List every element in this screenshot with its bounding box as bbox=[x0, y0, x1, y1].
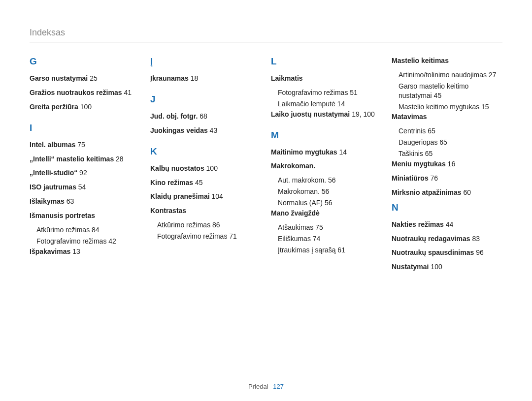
entry-term: Įkraunamas bbox=[150, 74, 189, 82]
entry-page: 100 bbox=[78, 103, 92, 111]
index-subentry[interactable]: Centrinis 65 bbox=[392, 126, 502, 136]
index-subentry[interactable]: Artinimo/tolinimo naudojimas 27 bbox=[392, 70, 502, 80]
index-entry[interactable]: „Intelli“ mastelio keitimas 28 bbox=[30, 154, 140, 164]
column-3: LLaikmatisFotografavimo režimas 51Laikma… bbox=[271, 56, 382, 277]
subentry-page: 65 bbox=[426, 127, 435, 135]
subentry-term: Eiliškumas bbox=[278, 235, 311, 243]
index-subentry[interactable]: Atkūrimo režimas 86 bbox=[150, 220, 261, 230]
index-entry[interactable]: Išpakavimas 13 bbox=[30, 247, 140, 256]
index-entry[interactable]: Nuotraukų redagavimas 83 bbox=[392, 234, 502, 244]
index-letter: K bbox=[150, 146, 261, 157]
index-subentry[interactable]: Daugeriopas 65 bbox=[392, 138, 502, 147]
index-entry[interactable]: Nakties režimas 44 bbox=[392, 220, 502, 229]
entry-page: 92 bbox=[77, 169, 87, 177]
index-subentry[interactable]: Aut. makrokom. 56 bbox=[271, 176, 382, 185]
index-entry[interactable]: Kino režimas 45 bbox=[150, 178, 261, 187]
subentry-page: 65 bbox=[423, 150, 432, 157]
index-subentry[interactable]: Fotografavimo režimas 51 bbox=[271, 88, 382, 97]
entry-term: Mirksnio atpažinimas bbox=[392, 188, 462, 196]
index-subentry[interactable]: Taškinis 65 bbox=[392, 149, 502, 158]
entry-page: 45 bbox=[193, 179, 202, 186]
entry-term: Išmanusis portretas bbox=[30, 212, 95, 219]
index-subentry[interactable]: Fotografavimo režimas 71 bbox=[150, 232, 261, 241]
index-entry[interactable]: Įkraunamas 18 bbox=[150, 74, 261, 83]
entry-term: Laikmatis bbox=[271, 74, 303, 82]
subentry-term: Atšaukimas bbox=[278, 223, 313, 231]
index-subentry[interactable]: Įtraukimas į sąrašą 61 bbox=[271, 246, 382, 255]
subentry-term: Centrinis bbox=[399, 127, 426, 135]
entry-page: 18 bbox=[189, 74, 198, 82]
index-subentry[interactable]: Laikmačio lemputė 14 bbox=[271, 99, 382, 109]
subentry-term: Artinimo/tolinimo naudojimas bbox=[399, 71, 487, 79]
index-subentry[interactable]: Mastelio keitimo mygtukas 15 bbox=[392, 102, 502, 112]
index-subentry[interactable]: Eiliškumas 74 bbox=[271, 234, 382, 244]
index-entry[interactable]: Juokingas veidas 43 bbox=[150, 126, 261, 135]
index-entry[interactable]: Gražios nuotraukos režimas 41 bbox=[30, 88, 140, 97]
subentry-term: Mastelio keitimo mygtukas bbox=[399, 103, 479, 111]
index-subentry[interactable]: Fotografavimo režimas 42 bbox=[30, 237, 140, 246]
entry-term: Kontrastas bbox=[150, 207, 186, 215]
entry-term: Intel. albumas bbox=[30, 141, 75, 149]
subentry-page: 51 bbox=[348, 89, 357, 96]
entry-term: Laiko juostų nustatymai bbox=[271, 110, 350, 118]
entry-term: Nuotraukų redagavimas bbox=[392, 235, 470, 243]
index-entry[interactable]: Maitinimo mygtukas 14 bbox=[271, 148, 382, 157]
index-entry[interactable]: Greita peržiūra 100 bbox=[30, 102, 140, 112]
subentry-term: Daugeriopas bbox=[399, 138, 437, 146]
index-entry[interactable]: Kalbų nuostatos 100 bbox=[150, 164, 261, 173]
entry-term: Klaidų pranešimai bbox=[150, 192, 210, 200]
entry-term: Maitinimo mygtukas bbox=[271, 148, 337, 156]
index-subentry[interactable]: Atkūrimo režimas 84 bbox=[30, 225, 140, 235]
entry-term: Meniu mygtukas bbox=[392, 160, 446, 168]
index-entry[interactable]: Klaidų pranešimai 104 bbox=[150, 192, 261, 201]
entry-page: 100 bbox=[429, 263, 442, 271]
entry-page: 68 bbox=[198, 112, 207, 120]
subentry-page: 42 bbox=[106, 237, 116, 245]
index-subentry[interactable]: Normalus (AF) 56 bbox=[271, 198, 382, 208]
index-letter: N bbox=[392, 202, 502, 213]
index-subentry[interactable]: Makrokoman. 56 bbox=[271, 187, 382, 196]
index-entry[interactable]: Kontrastas bbox=[150, 206, 261, 216]
entry-page: 104 bbox=[210, 192, 223, 200]
index-entry[interactable]: Makrokoman. bbox=[271, 161, 382, 171]
index-entry[interactable]: Matavimas bbox=[392, 112, 502, 122]
index-entry[interactable]: Meniu mygtukas 16 bbox=[392, 159, 502, 169]
index-entry[interactable]: Miniatiūros 76 bbox=[392, 174, 502, 183]
column-1: GGarso nustatymai 25Gražios nuotraukos r… bbox=[30, 56, 140, 277]
column-4: Mastelio keitimasArtinimo/tolinimo naudo… bbox=[392, 56, 502, 277]
index-entry[interactable]: Mirksnio atpažinimas 60 bbox=[392, 188, 502, 197]
index-entry[interactable]: Intel. albumas 75 bbox=[30, 140, 140, 150]
index-entry[interactable]: Nuotraukų spausdinimas 96 bbox=[392, 248, 502, 257]
entry-page: 83 bbox=[470, 235, 480, 243]
index-entry[interactable]: Mastelio keitimas bbox=[392, 56, 502, 65]
index-entry[interactable]: Nustatymai 100 bbox=[392, 262, 502, 272]
index-entry[interactable]: „Intelli-studio“ 92 bbox=[30, 168, 140, 178]
entry-page: 76 bbox=[429, 174, 438, 182]
entry-term: Gražios nuotraukos režimas bbox=[30, 89, 122, 96]
index-subentry[interactable]: Garso mastelio keitimo nustatymai 45 bbox=[392, 82, 502, 100]
entry-term: Jud. obj. fotgr. bbox=[150, 112, 198, 120]
index-entry[interactable]: Mano žvaigždė bbox=[271, 209, 382, 218]
entry-term: Kino režimas bbox=[150, 179, 193, 186]
subentry-term: Atkūrimo režimas bbox=[36, 226, 90, 234]
index-entry[interactable]: Laiko juostų nustatymai 19, 100 bbox=[271, 110, 382, 119]
entry-term: Išpakavimas bbox=[30, 247, 70, 255]
entry-term: „Intelli“ mastelio keitimas bbox=[30, 155, 114, 163]
subentry-term: Atkūrimo režimas bbox=[157, 221, 210, 229]
index-entry[interactable]: Išlaikymas 63 bbox=[30, 197, 140, 206]
entry-term: Nakties režimas bbox=[392, 220, 444, 228]
index-entry[interactable]: Jud. obj. fotgr. 68 bbox=[150, 112, 261, 121]
index-entry[interactable]: Išmanusis portretas bbox=[30, 211, 140, 220]
entry-term: Nuotraukų spausdinimas bbox=[392, 248, 474, 256]
index-entry[interactable]: Garso nustatymai 25 bbox=[30, 74, 140, 83]
subentry-page: 65 bbox=[437, 138, 447, 146]
index-entry[interactable]: Laikmatis bbox=[271, 74, 382, 83]
entry-page: 28 bbox=[114, 155, 123, 163]
index-entry[interactable]: ISO jautrumas 54 bbox=[30, 183, 140, 192]
subentry-page: 74 bbox=[311, 235, 320, 243]
entry-page: 60 bbox=[462, 188, 471, 196]
entry-page: 13 bbox=[70, 247, 80, 255]
entry-page: 41 bbox=[122, 89, 132, 96]
entry-page: 19, 100 bbox=[350, 110, 375, 118]
index-subentry[interactable]: Atšaukimas 75 bbox=[271, 223, 382, 232]
